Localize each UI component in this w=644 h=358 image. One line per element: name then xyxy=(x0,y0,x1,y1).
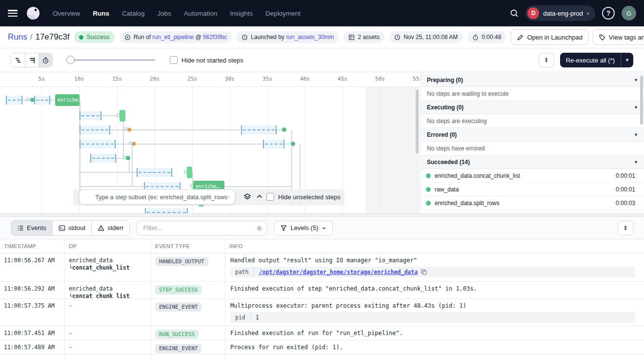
step-waiting-box[interactable] xyxy=(80,111,101,120)
step-waiting-box[interactable] xyxy=(241,126,277,134)
avatar[interactable]: G xyxy=(622,6,636,21)
dependency-line xyxy=(123,116,124,158)
nav-item-deployment[interactable]: Deployment xyxy=(265,10,301,17)
nav-item-insights[interactable]: Insights xyxy=(230,10,253,17)
clock-icon xyxy=(394,34,401,41)
run-tag-link[interactable]: run_assets_30min xyxy=(286,34,334,41)
step-waiting-box[interactable] xyxy=(90,154,116,163)
chevron-down-icon: ▾ xyxy=(635,159,637,165)
gantt-time-axis: 5s10s15s20s25s30s35s40s45s50s55s xyxy=(0,72,420,87)
open-in-launchpad-button[interactable]: Open in Launchpad xyxy=(511,29,588,45)
step-waiting-box[interactable] xyxy=(6,96,22,105)
step-row[interactable]: enriched_data.process_chunk[1]0:00:04 xyxy=(421,210,644,213)
run-tag[interactable]: Run of run_etl_pipeline @ 562f39bc xyxy=(120,31,232,43)
nav-links: OverviewRunsCatalogJobsAutomationInsight… xyxy=(53,10,301,17)
breadcrumb-runs-link[interactable]: Runs xyxy=(8,32,27,42)
step-waiting-box[interactable] xyxy=(145,208,188,213)
dagster-logo[interactable] xyxy=(25,5,41,21)
step-waiting-box[interactable] xyxy=(137,168,172,177)
metadata-path-link[interactable]: /opt/dagster/dagster_home/storage/enrich… xyxy=(259,269,418,275)
step-waiting-box[interactable] xyxy=(34,96,50,105)
layers-icon[interactable] xyxy=(243,193,251,201)
event-row: 11:00:56.267 AMenriched_data└concat_chun… xyxy=(0,253,644,282)
nav-item-overview[interactable]: Overview xyxy=(53,10,80,17)
event-type-badge[interactable]: ENGINE_EVENT xyxy=(155,344,201,353)
log-filter: ⊗ xyxy=(137,221,267,235)
step-row[interactable]: enriched_data.concat_chunk_list0:00:01 xyxy=(421,169,644,183)
hide-not-started-checkbox[interactable] xyxy=(170,56,178,64)
workspace-switcher[interactable]: D data-eng-prod ▾ xyxy=(525,5,595,21)
step-subset-input[interactable] xyxy=(94,193,230,201)
sidebar-scrollbar[interactable] xyxy=(640,76,643,125)
step-waiting-box[interactable] xyxy=(263,140,284,148)
gantt-scrollbar[interactable] xyxy=(416,90,419,153)
section-header-errored-0-[interactable]: Errored (0)▾ xyxy=(421,128,644,142)
step-subset-input-wrap[interactable] xyxy=(80,190,235,204)
run-tag[interactable]: 2 assets xyxy=(343,31,384,43)
re-execute-button[interactable]: Re-execute all (*) ▼ xyxy=(560,53,633,67)
tab-stdout[interactable]: stdout xyxy=(52,221,91,235)
help-icon[interactable]: ? xyxy=(602,7,615,20)
section-empty-message: No steps are executing xyxy=(421,114,644,128)
event-type-badge[interactable]: HANDLED_OUTPUT xyxy=(155,257,208,266)
step-success-bar[interactable]: enriche… xyxy=(55,94,80,106)
waterfall-mode-icon[interactable] xyxy=(11,53,25,67)
event-metadata-row: path/opt/dagster/dagster_home/storage/en… xyxy=(230,267,635,277)
step-duration: 0:00:03 xyxy=(616,200,635,207)
tab-stderr[interactable]: stderr xyxy=(91,221,129,235)
section-header-preparing-0-[interactable]: Preparing (0)▾ xyxy=(421,73,644,87)
event-row: 11:00:57.375 AM-ENGINE_EVENTMultiprocess… xyxy=(0,299,644,326)
section-header-succeeded-14-[interactable]: Succeeded (14)▾ xyxy=(421,155,644,169)
nav-item-runs[interactable]: Runs xyxy=(93,10,109,17)
panel-splitter[interactable] xyxy=(0,213,644,217)
op-name: - xyxy=(69,344,147,351)
nav-item-automation[interactable]: Automation xyxy=(184,10,217,17)
event-type-badge[interactable]: STEP_SUCCESS xyxy=(155,285,201,295)
timed-mode-icon[interactable] xyxy=(39,53,52,67)
hide-unselected-label[interactable]: Hide unselected steps xyxy=(278,193,341,201)
slider-handle[interactable] xyxy=(66,56,75,64)
search-icon[interactable] xyxy=(510,9,519,18)
step-success-bar[interactable] xyxy=(120,110,125,122)
run-tag[interactable]: Nov 25, 11:00:08 AM xyxy=(389,31,463,43)
log-filter-input[interactable] xyxy=(142,224,256,232)
col-info: INFO xyxy=(225,239,644,253)
op-substep: └concat_chunk_list xyxy=(69,264,147,272)
gantt-zoom-slider[interactable] xyxy=(66,56,155,64)
run-tag[interactable]: 0:00:48 xyxy=(467,31,506,43)
section-header-executing-0-[interactable]: Executing (0)▾ xyxy=(421,101,644,114)
event-type-badge[interactable]: ENGINE_EVENT xyxy=(155,302,201,312)
section-title: Preparing (0) xyxy=(427,77,463,84)
section-title: Errored (0) xyxy=(427,131,457,138)
run-tag[interactable]: Launched by run_assets_30min xyxy=(237,31,339,43)
nav-item-jobs[interactable]: Jobs xyxy=(158,10,172,17)
step-success-bar[interactable] xyxy=(187,167,192,178)
hide-unselected-checkbox[interactable] xyxy=(266,193,274,201)
clear-filter-icon[interactable]: ⊗ xyxy=(257,224,262,232)
step-waiting-box[interactable] xyxy=(80,126,110,134)
dependency-line xyxy=(80,172,137,173)
gantt-chart[interactable]: enriche…enriche… Hide unselected steps xyxy=(0,87,420,213)
flat-mode-icon[interactable] xyxy=(25,53,39,67)
step-duration: 0:00:01 xyxy=(616,172,635,179)
success-dot-icon xyxy=(426,187,431,192)
nav-item-catalog[interactable]: Catalog xyxy=(122,10,145,17)
step-row[interactable]: raw_data0:00:01 xyxy=(421,183,644,196)
gantt-toolbar: Hide not started steps ▲▼ Re-execute all… xyxy=(0,48,644,72)
event-type-badge[interactable]: RUN_SUCCESS xyxy=(155,330,199,339)
chevron-up-icon[interactable] xyxy=(257,194,262,198)
hide-not-started-label[interactable]: Hide not started steps xyxy=(181,57,243,64)
expand-collapse-button[interactable]: ▲▼ xyxy=(539,53,554,67)
tab-events[interactable]: Events xyxy=(11,221,52,235)
levels-dropdown[interactable]: Levels (5) xyxy=(274,221,333,235)
scroll-to-top-bottom-button[interactable]: ▲▼ xyxy=(618,221,633,235)
view-tags-config-button[interactable]: View tags and config xyxy=(593,29,644,45)
copy-icon[interactable] xyxy=(421,269,427,275)
step-waiting-box[interactable] xyxy=(80,140,116,148)
chevron-down-icon[interactable]: ▼ xyxy=(621,53,633,67)
nav-right: D data-eng-prod ▾ ? G xyxy=(510,5,636,21)
step-row[interactable]: enriched_data.split_rows0:00:03 xyxy=(421,196,644,210)
run-tag-link[interactable]: run_etl_pipeline xyxy=(152,34,194,41)
hamburger-icon[interactable] xyxy=(8,10,18,17)
run-tag-link[interactable]: 562f39bc xyxy=(203,34,227,41)
